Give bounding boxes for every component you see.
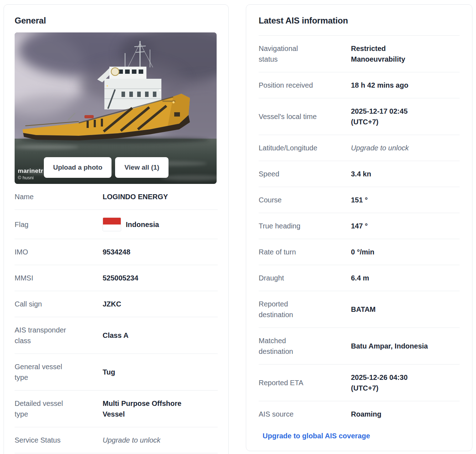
- row-value: 18 h 42 mins ago: [351, 80, 460, 91]
- info-row: Service Status Upgrade to unlock: [15, 427, 218, 453]
- view-all-button[interactable]: View all (1): [115, 157, 169, 178]
- row-label: Detailed vessel type: [15, 398, 74, 419]
- info-row: Flag Indonesia: [15, 210, 218, 239]
- row-value: 147 °: [351, 221, 460, 231]
- info-row: Rate of turn 0 °/min: [259, 239, 460, 265]
- row-label: AIS source: [259, 409, 318, 419]
- row-label: MMSI: [15, 273, 74, 283]
- row-value: Upgrade to unlock: [103, 435, 218, 445]
- ais-card-title: Latest AIS information: [259, 15, 460, 26]
- upload-photo-button[interactable]: Upload a photo: [44, 157, 112, 178]
- row-label: Service Status: [15, 435, 74, 445]
- row-value: Indonesia: [103, 217, 218, 231]
- row-value: 3.4 kn: [351, 169, 460, 179]
- row-value: JZKC: [103, 299, 218, 309]
- row-value: LOGINDO ENERGY: [103, 191, 218, 202]
- info-row: Speed 3.4 kn: [259, 161, 460, 187]
- info-row: Matched destination Batu Ampar, Indonesi…: [259, 328, 460, 365]
- row-value: 6.4 m: [351, 273, 460, 283]
- info-row: IMO 9534248: [15, 239, 218, 265]
- info-row: Reported ETA 2025-12-26 04:30 (UTC+7): [259, 365, 460, 401]
- row-label: Rate of turn: [259, 247, 318, 257]
- photo-watermark: marinetr © husni: [18, 167, 43, 180]
- photo-buttons: Upload a photo View all (1): [44, 157, 169, 178]
- row-label: IMO: [15, 247, 74, 257]
- info-row: AIS source Roaming: [259, 401, 460, 427]
- row-value: 0 °/min: [351, 247, 460, 257]
- row-label: Reported ETA: [259, 377, 318, 388]
- info-row: Detailed vessel type Multi Purpose Offsh…: [15, 391, 218, 427]
- row-label: Matched destination: [259, 335, 318, 357]
- row-value: 2025-12-17 02:45 (UTC+7): [351, 106, 460, 127]
- row-value: Batu Ampar, Indonesia: [351, 341, 460, 351]
- upgrade-ais-coverage-link[interactable]: Upgrade to global AIS coverage: [263, 432, 370, 440]
- general-card: General: [4, 4, 229, 454]
- info-row: Latitude/Longitude Upgrade to unlock: [259, 135, 460, 161]
- info-row: Position received 18 h 42 mins ago: [259, 72, 460, 98]
- info-row: MMSI 525005234: [15, 265, 218, 291]
- vessel-details-page: General: [0, 0, 476, 454]
- row-value: Roaming: [351, 409, 460, 419]
- vessel-photo[interactable]: marinetr © husni Upload a photo View all…: [15, 32, 217, 184]
- info-row: Reported destination BATAM: [259, 291, 460, 328]
- row-label: Draught: [259, 273, 318, 283]
- row-value: Upgrade to unlock: [351, 143, 460, 153]
- watermark-credit: © husni: [18, 175, 43, 180]
- row-label: True heading: [259, 221, 318, 231]
- row-label: Vessel's local time: [259, 111, 318, 122]
- row-label: Speed: [259, 169, 318, 179]
- row-label: Position received: [259, 80, 318, 91]
- row-label: Call sign: [15, 299, 74, 309]
- ais-card: Latest AIS information Navigational stat…: [246, 4, 472, 451]
- row-label: General vessel type: [15, 361, 74, 383]
- row-value: 525005234: [103, 273, 218, 283]
- general-info-table: Name LOGINDO ENERGY Flag Indonesia IMO 9…: [15, 184, 218, 453]
- info-row: Vessel's local time 2025-12-17 02:45 (UT…: [259, 98, 460, 135]
- row-label: Course: [259, 195, 318, 205]
- general-card-title: General: [15, 15, 218, 26]
- row-label: AIS transponder class: [15, 325, 74, 346]
- row-value: 2025-12-26 04:30 (UTC+7): [351, 372, 460, 393]
- info-row: General vessel type Tug: [15, 354, 218, 391]
- info-row: Navigational status Restricted Manoeuvra…: [259, 36, 460, 72]
- row-value: BATAM: [351, 304, 460, 315]
- row-value: 151 °: [351, 195, 460, 205]
- row-label: Navigational status: [259, 43, 318, 65]
- row-label: Reported destination: [259, 299, 318, 320]
- row-label: Flag: [15, 219, 74, 230]
- row-value: Restricted Manoeuvrability: [351, 43, 460, 65]
- info-row: True heading 147 °: [259, 213, 460, 239]
- info-row: Call sign JZKC: [15, 291, 218, 317]
- watermark-brand: marinetr: [18, 167, 43, 175]
- indonesia-flag-icon: [103, 217, 121, 231]
- info-row: Draught 6.4 m: [259, 265, 460, 291]
- row-value: Multi Purpose Offshore Vessel: [103, 398, 218, 419]
- ais-info-table: Navigational status Restricted Manoeuvra…: [259, 36, 460, 427]
- info-row: AIS transponder class Class A: [15, 317, 218, 354]
- row-value: 9534248: [103, 247, 218, 257]
- row-value: Class A: [103, 330, 218, 341]
- info-row: Name LOGINDO ENERGY: [15, 184, 218, 210]
- row-label: Name: [15, 191, 74, 202]
- row-label: Latitude/Longitude: [259, 143, 318, 153]
- info-row: Course 151 °: [259, 187, 460, 213]
- row-value: Tug: [103, 367, 218, 377]
